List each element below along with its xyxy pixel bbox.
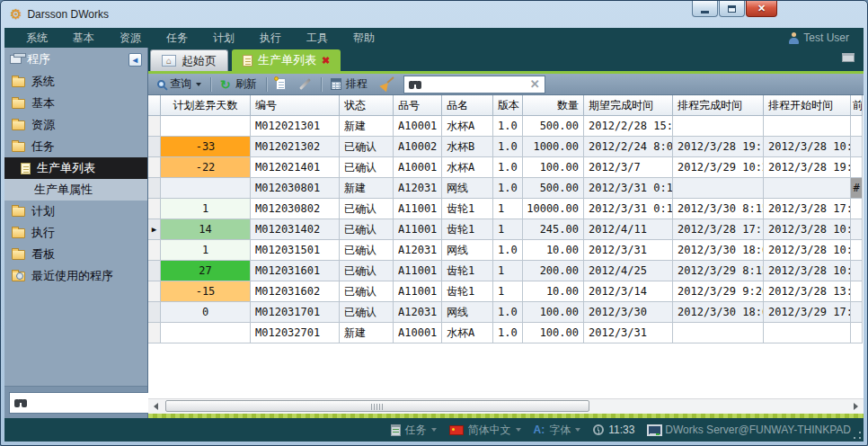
- row-selector-cell[interactable]: [148, 323, 161, 343]
- table-cell-code[interactable]: M012021302: [251, 137, 340, 157]
- query-button[interactable]: 查询: [154, 75, 205, 94]
- table-cell-status[interactable]: 新建: [340, 178, 394, 199]
- table-cell-status[interactable]: 已确认: [340, 199, 394, 219]
- menu-item[interactable]: 系统: [13, 31, 60, 46]
- table-cell-code[interactable]: M012031402: [251, 219, 340, 240]
- table-row[interactable]: -33M012021302已确认A10002水杯B1.01000.002012/…: [148, 137, 864, 157]
- table-cell-sched_start[interactable]: 2012/3/28 10:52: [764, 240, 851, 261]
- row-selector-cell[interactable]: [148, 178, 161, 199]
- table-cell-code[interactable]: M012031701: [251, 302, 340, 323]
- row-selector-cell[interactable]: [148, 199, 161, 219]
- table-row[interactable]: 0M012031701已确认A12031网线1.0100.002012/3/30…: [148, 302, 864, 323]
- table-cell-code[interactable]: M012031501: [251, 240, 340, 261]
- table-cell-sched_start[interactable]: [764, 323, 851, 343]
- refresh-button[interactable]: ↻ 刷新: [217, 75, 261, 94]
- table-cell-qty[interactable]: 100.00: [523, 302, 584, 323]
- table-cell-code[interactable]: M012031601: [251, 261, 340, 281]
- table-cell-sched_end[interactable]: 2012/3/29 8:15: [673, 261, 764, 281]
- table-cell-part_name[interactable]: 齿轮1: [442, 199, 493, 219]
- table-cell-qty[interactable]: 10.00: [523, 281, 584, 302]
- table-cell-expected[interactable]: 2012/3/14: [584, 281, 673, 302]
- table-cell-diff[interactable]: [161, 178, 251, 199]
- table-cell-sched_start[interactable]: 2012/3/28 19:10: [764, 157, 851, 178]
- table-cell-status[interactable]: 已确认: [340, 261, 394, 281]
- table-cell-qty[interactable]: 1000.00: [523, 137, 584, 157]
- table-cell-expected[interactable]: 2012/3/31 0:10: [584, 178, 673, 199]
- table-cell-part_name[interactable]: 水杯A: [442, 157, 493, 178]
- table-cell-expected[interactable]: 2012/2/24 8:00: [584, 137, 673, 157]
- table-cell-sched_end[interactable]: 2012/3/28 17:13: [673, 219, 764, 240]
- row-selector-cell[interactable]: [148, 302, 161, 323]
- table-cell-code[interactable]: M012030801: [251, 178, 340, 199]
- menu-item[interactable]: 工具: [294, 31, 341, 46]
- sidebar-item[interactable]: 基本: [4, 93, 147, 114]
- new-button[interactable]: [272, 76, 289, 92]
- table-cell-diff[interactable]: 1: [161, 240, 251, 261]
- scroll-left-button[interactable]: [148, 399, 164, 414]
- table-cell-sched_end[interactable]: [673, 323, 764, 343]
- table-cell-version[interactable]: 1.0: [493, 157, 523, 178]
- menu-item[interactable]: 计划: [200, 31, 247, 46]
- table-cell-status[interactable]: 新建: [340, 116, 394, 137]
- table-cell-sched_start[interactable]: 2012/3/29 17:46: [764, 302, 851, 323]
- table-cell-qty[interactable]: 100.00: [523, 323, 584, 343]
- minimize-button[interactable]: [692, 1, 718, 17]
- table-cell-version[interactable]: 1: [493, 219, 523, 240]
- table-cell-part_name[interactable]: 网线: [442, 178, 493, 199]
- status-font-menu[interactable]: A: 字体: [534, 423, 581, 438]
- table-cell-expected[interactable]: 2012/4/25: [584, 261, 673, 281]
- table-cell-part_name[interactable]: 网线: [442, 302, 493, 323]
- row-selector-cell[interactable]: [148, 137, 161, 157]
- row-selector-cell[interactable]: [148, 281, 161, 302]
- table-cell-version[interactable]: 1.0: [493, 323, 523, 343]
- table-cell-status[interactable]: 已确认: [340, 281, 394, 302]
- table-cell-part_name[interactable]: 水杯B: [442, 137, 493, 157]
- table-cell-part_no[interactable]: A12031: [394, 178, 442, 199]
- table-cell-sched_start[interactable]: [764, 116, 851, 137]
- tab-list-icon[interactable]: [842, 53, 855, 62]
- table-cell-diff[interactable]: 1: [161, 199, 251, 219]
- table-cell-version[interactable]: 1: [493, 281, 523, 302]
- sidebar-item[interactable]: 计划: [4, 201, 147, 222]
- table-cell-sched_start[interactable]: 2012/3/28 10:52: [764, 261, 851, 281]
- table-header-cell[interactable]: 版本: [493, 95, 523, 116]
- table-cell-expected[interactable]: 2012/3/31: [584, 323, 673, 343]
- menu-item[interactable]: 帮助: [341, 31, 387, 46]
- schedule-button[interactable]: 排程: [327, 75, 371, 94]
- toolbar-search-input[interactable]: [427, 78, 526, 91]
- close-button[interactable]: ✕: [746, 1, 777, 17]
- sidebar-collapse-button[interactable]: ◂: [128, 53, 142, 67]
- table-cell-part_no[interactable]: A10001: [394, 323, 442, 343]
- tab-close-icon[interactable]: ✖: [322, 56, 330, 66]
- table-cell-sched_end[interactable]: 2012/3/30 8:15: [673, 199, 764, 219]
- status-language-menu[interactable]: 简体中文: [449, 423, 521, 438]
- table-cell-qty[interactable]: 10.00: [523, 240, 584, 261]
- table-cell-status[interactable]: 已确认: [340, 240, 394, 261]
- table-cell-sched_start[interactable]: 2012/3/28 10:52: [764, 137, 851, 157]
- table-row[interactable]: -15M012031602已确认A11001齿轮1110.002012/3/14…: [148, 281, 864, 302]
- table-cell-diff[interactable]: -15: [161, 281, 251, 302]
- table-cell-expected[interactable]: 2012/3/7: [584, 157, 673, 178]
- table-header-cell[interactable]: 排程开始时间: [764, 95, 851, 116]
- table-cell-diff[interactable]: 14: [161, 219, 251, 240]
- menu-item[interactable]: 任务: [154, 31, 200, 46]
- table-cell-code[interactable]: M012021301: [251, 116, 340, 137]
- table-cell-sched_start[interactable]: 2012/3/28 13:40: [764, 281, 851, 302]
- table-cell-qty[interactable]: 245.00: [523, 219, 584, 240]
- table-cell-part_name[interactable]: 水杯A: [442, 116, 493, 137]
- table-cell-part_name[interactable]: 齿轮1: [442, 219, 493, 240]
- toolbar-search-clear-icon[interactable]: ✕: [530, 78, 540, 90]
- table-cell-sched_start[interactable]: 2012/3/28 17:13: [764, 199, 851, 219]
- edit-button[interactable]: [295, 81, 315, 87]
- table-header-cell[interactable]: 排程完成时间: [673, 95, 764, 116]
- table-cell-expected[interactable]: 2012/3/30: [584, 302, 673, 323]
- table-cell-code[interactable]: M012021401: [251, 157, 340, 178]
- table-cell-version[interactable]: 1.0: [493, 137, 523, 157]
- table-header-cell[interactable]: 计划差异天数: [161, 95, 251, 116]
- table-cell-sched_end[interactable]: [673, 178, 764, 199]
- table-cell-sched_end[interactable]: [673, 116, 764, 137]
- horizontal-scrollbar[interactable]: [148, 398, 864, 414]
- table-row[interactable]: 27M012031601已确认A11001齿轮11200.002012/4/25…: [148, 261, 864, 281]
- table-cell-diff[interactable]: 0: [161, 302, 251, 323]
- table-cell-version[interactable]: 1.0: [493, 302, 523, 323]
